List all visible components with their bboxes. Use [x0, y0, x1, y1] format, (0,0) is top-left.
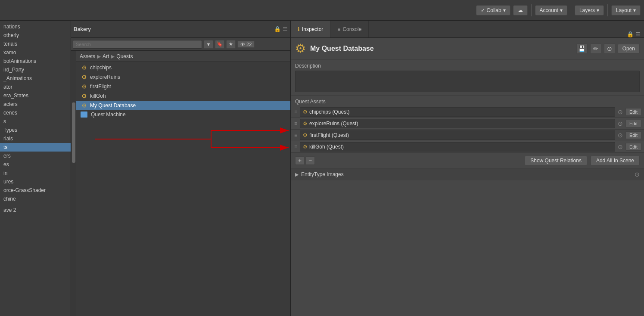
edit-btn-0[interactable]: Edit — [625, 108, 641, 116]
inspector-description-section: Description — [291, 59, 644, 96]
drag-handle-2[interactable]: ≡ — [293, 132, 298, 138]
account-button[interactable]: Account ▾ — [535, 5, 567, 15]
settings-btn-3[interactable]: ⊙ — [617, 143, 624, 150]
inspector-body: ⚙ My Quest Database 💾 ✏ ⊙ Open Descripti… — [291, 38, 644, 316]
layers-dropdown-icon: ▾ — [597, 7, 599, 13]
sidebar-item-types[interactable]: Types — [0, 126, 71, 134]
filter-button[interactable]: ▼ — [204, 40, 213, 49]
file-item-exploreruins[interactable]: ⚙ exploreRuins — [76, 72, 290, 82]
sidebar-item-xamo[interactable]: xamo — [0, 48, 71, 57]
quest-icon-firstflight: ⚙ — [81, 83, 87, 90]
sidebar-item-ures[interactable]: ures — [0, 177, 71, 186]
add-all-in-scene-button[interactable]: Add All In Scene — [591, 156, 640, 165]
quest-action-buttons: Show Quest Relations Add All In Scene — [525, 156, 640, 165]
quest-assets-label: Quest Assets — [291, 96, 644, 106]
star-button[interactable]: ★ — [226, 40, 236, 49]
file-item-killgoh[interactable]: ⚙ killGoh — [76, 91, 290, 101]
settings-btn-2[interactable]: ⊙ — [617, 132, 624, 139]
sidebar-item-animations[interactable]: nations — [0, 22, 71, 31]
file-item-questmachine[interactable]: Quest Machine — [76, 110, 290, 119]
project-panel: Bakery 🔒 ☰ ▼ 🔖 ★ 👁 22 A — [71, 21, 291, 316]
cloud-button[interactable]: ☁ — [513, 5, 528, 15]
tab-console[interactable]: ≡ Console — [330, 21, 369, 37]
quest-asset-name-2: ⚙ firstFlight (Quest) — [300, 130, 615, 140]
bookmark-button[interactable]: 🔖 — [215, 40, 224, 49]
show-quest-relations-button[interactable]: Show Quest Relations — [525, 156, 587, 165]
sidebar-item-cenes[interactable]: cenes — [0, 108, 71, 117]
drag-handle-3[interactable]: ≡ — [293, 144, 298, 150]
search-input[interactable] — [73, 40, 202, 49]
sidebar-item-ator[interactable]: ator — [0, 83, 71, 91]
quest-icon-exploreruins: ⚙ — [81, 74, 87, 81]
breadcrumb-sep-2: ▶ — [111, 53, 115, 59]
file-item-firstflight[interactable]: ⚙ firstFlight — [76, 82, 290, 91]
quest-asset-name-3: ⚙ killGoh (Quest) — [300, 142, 615, 152]
file-item-chipchips[interactable]: ⚙ chipchips — [76, 63, 290, 72]
sidebar-item-es[interactable]: es — [0, 160, 71, 169]
visibility-icon: 👁 — [240, 42, 245, 47]
edit-btn-2[interactable]: Edit — [625, 131, 641, 139]
breadcrumb-assets[interactable]: Assets — [80, 53, 95, 59]
description-textbox[interactable] — [295, 71, 640, 92]
inspector-dots-icon-btn[interactable]: ⊙ — [604, 43, 615, 54]
tree-scroll-bar[interactable] — [71, 51, 76, 316]
quest-actions-row: + − Show Quest Relations Add All In Scen… — [291, 153, 644, 168]
sidebar-item-acters[interactable]: acters — [0, 100, 71, 108]
sidebar-item-otherly[interactable]: otherly — [0, 31, 71, 40]
console-tab-icon: ≡ — [337, 26, 340, 32]
breadcrumb-quests[interactable]: Quests — [116, 53, 133, 59]
sidebar-item-in[interactable]: in — [0, 169, 71, 177]
sidebar-item-ers[interactable]: ers — [0, 152, 71, 160]
inspector-edit-icon-btn[interactable]: ✏ — [590, 43, 601, 54]
tab-inspector[interactable]: ℹ Inspector — [291, 21, 330, 37]
breadcrumb: Assets ▶ Art ▶ Quests — [76, 51, 290, 62]
project-content: Assets ▶ Art ▶ Quests ⚙ chipchips ⚙ expl… — [71, 51, 290, 316]
file-area: Assets ▶ Art ▶ Quests ⚙ chipchips ⚙ expl… — [76, 51, 290, 316]
sidebar-item-grassshader[interactable]: chine — [0, 195, 71, 203]
breadcrumb-art[interactable]: Art — [103, 53, 109, 59]
add-quest-button[interactable]: + — [295, 156, 305, 165]
quest-gear-icon-2: ⚙ — [303, 132, 308, 138]
sidebar-item-lightmaps[interactable]: orce-GrassShader — [0, 186, 71, 195]
sidebar-item-animations2[interactable]: _Animations — [0, 74, 71, 83]
quest-gear-icon-3: ⚙ — [303, 144, 308, 150]
inspector-tab-icon: ℹ — [298, 26, 300, 32]
inspector-open-button[interactable]: Open — [618, 44, 640, 53]
layers-button[interactable]: Layers ▾ — [575, 5, 604, 15]
sidebar-item-s[interactable]: s — [0, 117, 71, 126]
edit-btn-1[interactable]: Edit — [625, 120, 641, 127]
quest-asset-row-0: ≡ ⚙ chipchips (Quest) ⊙ Edit — [291, 106, 644, 118]
sidebar: nations otherly terials xamo botAnimatio… — [0, 21, 71, 316]
drag-handle-0[interactable]: ≡ — [293, 109, 298, 115]
project-header-icons: 🔒 ☰ — [274, 26, 288, 32]
collab-button[interactable]: ✓ Collab ▾ — [476, 5, 510, 15]
sidebar-item-materials[interactable]: terials — [0, 40, 71, 48]
file-item-myquestdatabase[interactable]: ⚙ My Quest Database — [76, 101, 290, 110]
sidebar-item-botanimations[interactable]: botAnimations — [0, 57, 71, 65]
sidebar-item-ave2[interactable]: ave 2 — [0, 206, 71, 214]
drag-handle-1[interactable]: ≡ — [293, 121, 298, 127]
sidebar-item-ts[interactable]: ts — [0, 143, 71, 152]
layout-button[interactable]: Layout ▾ — [611, 5, 641, 15]
quest-icon-myquestdatabase: ⚙ — [81, 102, 87, 109]
quest-asset-row-2: ≡ ⚙ firstFlight (Quest) ⊙ Edit — [291, 130, 644, 141]
settings-btn-1[interactable]: ⊙ — [617, 120, 624, 127]
remove-quest-button[interactable]: − — [305, 156, 315, 165]
main-layout: nations otherly terials xamo botAnimatio… — [0, 21, 644, 316]
inspector-panel: ℹ Inspector ≡ Console 🔒 ☰ ⚙ My Quest Dat… — [291, 21, 644, 316]
menu-icon: ☰ — [283, 26, 288, 32]
toolbar-separator-3 — [607, 4, 608, 16]
settings-btn-0[interactable]: ⊙ — [617, 108, 624, 115]
sidebar-item-era-states[interactable]: era_States — [0, 91, 71, 100]
badge-count: 👁 22 — [237, 41, 255, 48]
entity-type-section[interactable]: ▶ EntityType Images ⊙ — [291, 168, 644, 180]
inspector-save-icon-btn[interactable]: 💾 — [576, 43, 588, 54]
edit-btn-3[interactable]: Edit — [625, 143, 641, 151]
inspector-title-row: ⚙ My Quest Database 💾 ✏ ⊙ Open — [291, 38, 644, 59]
inspector-title-actions: 💾 ✏ ⊙ Open — [576, 43, 640, 54]
inspector-menu-icon: ☰ — [635, 31, 641, 37]
entity-type-label: EntityType Images — [301, 171, 632, 177]
sidebar-item-ird-party[interactable]: ird_Party — [0, 65, 71, 74]
quest-asset-row-3: ≡ ⚙ killGoh (Quest) ⊙ Edit — [291, 141, 644, 153]
sidebar-item-rials[interactable]: rials — [0, 134, 71, 143]
